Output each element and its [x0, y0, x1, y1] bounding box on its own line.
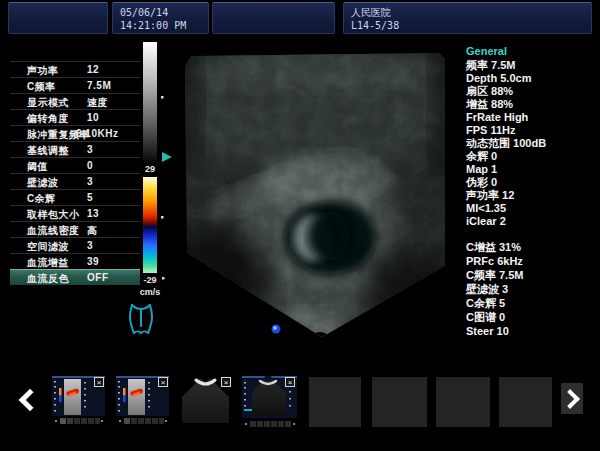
- close-thumbnail-3-button[interactable]: ×: [221, 377, 231, 387]
- thumbnail-slot-empty: [309, 377, 361, 427]
- param-row-threshold[interactable]: 阈值0: [10, 157, 140, 173]
- param-row-c-frequency[interactable]: C频率7.5M: [10, 77, 140, 93]
- readout-framerate: FrRate High: [466, 111, 599, 124]
- thumbnail-1[interactable]: ×: [52, 376, 105, 429]
- param-row-wall-filter[interactable]: 壁滤波3: [10, 173, 140, 189]
- thumbnail-4[interactable]: ×: [242, 376, 297, 433]
- param-row-packet-size[interactable]: 取样包大小13: [10, 205, 140, 221]
- param-row-baseline[interactable]: 基线调整3: [10, 141, 140, 157]
- hospital-probe-panel: 人民医院 L14-5/38: [343, 2, 592, 34]
- param-row-prf[interactable]: 脉冲重复频率6.10KHz: [10, 125, 140, 141]
- prev-thumbnails-button[interactable]: [15, 386, 39, 414]
- close-thumbnail-2-button[interactable]: ×: [158, 377, 168, 387]
- param-row-flow-invert-selected[interactable]: 血流反色OFF: [10, 269, 140, 285]
- ultrasound-screen: 05/06/14 14:21:00 PM 人民医院 L14-5/38 声功率12…: [0, 0, 600, 451]
- param-row-line-density[interactable]: 血流线密度高: [10, 221, 140, 237]
- hospital-name: 人民医院: [351, 6, 591, 19]
- grayscale-bar: [143, 42, 157, 163]
- readout-map: Map 1: [466, 163, 599, 176]
- readout-gain: 增益 88%: [466, 98, 599, 111]
- datetime-panel: 05/06/14 14:21:00 PM: [112, 2, 209, 34]
- patient-info-panel: [8, 2, 108, 34]
- time-display: 14:21:00 PM: [120, 19, 208, 32]
- readout-c-gain: C增益 31%: [466, 240, 599, 254]
- thumbnail-slot-empty: [372, 377, 427, 427]
- doppler-parameter-list: 声功率12 C频率7.5M 显示模式速度 偏转角度10 脉冲重复频率6.10KH…: [10, 61, 140, 285]
- color-parameters-block: C增益 31% PRFc 6kHz C频率 7.5M 壁滤波 3 C余辉 5 C…: [466, 240, 599, 338]
- focus-arrow-icon[interactable]: [162, 152, 172, 162]
- param-row-steer-angle[interactable]: 偏转角度10: [10, 109, 140, 125]
- readout-steer: Steer 10: [466, 324, 599, 338]
- thumbnail-3[interactable]: ×: [178, 376, 233, 432]
- section-title-general: General: [466, 45, 599, 58]
- readout-prfc: PRFc 6kHz: [466, 254, 599, 268]
- readout-frequency: 频率 7.5M: [466, 59, 599, 72]
- close-thumbnail-4-button[interactable]: ×: [285, 377, 295, 387]
- readout-c-frequency: C频率 7.5M: [466, 268, 599, 282]
- readout-iclear: iClear 2: [466, 215, 599, 228]
- imaging-parameters-panel: General 频率 7.5M Depth 5.0cm 扇区 88% 增益 88…: [466, 45, 599, 338]
- readout-depth: Depth 5.0cm: [466, 72, 599, 85]
- close-thumbnail-1-button[interactable]: ×: [94, 377, 104, 387]
- thumbnail-slot-empty: [499, 377, 552, 427]
- param-row-display-mode[interactable]: 显示模式速度: [10, 93, 140, 109]
- color-velocity-bar: [143, 177, 157, 273]
- readout-fps: FPS 11Hz: [466, 124, 599, 137]
- date-display: 05/06/14: [120, 6, 208, 19]
- readout-sector: 扇区 88%: [466, 85, 599, 98]
- readout-c-persistence: C余辉 5: [466, 296, 599, 310]
- readout-mi: MI<1.35: [466, 202, 599, 215]
- ultrasound-image: [160, 40, 460, 340]
- readout-persistence: 余辉 0: [466, 150, 599, 163]
- readout-pseudocolor: 伪彩 0: [466, 176, 599, 189]
- readout-acoustic-power: 声功率 12: [466, 189, 599, 202]
- readout-wall-filter: 壁滤波 3: [466, 282, 599, 296]
- thumbnail-2[interactable]: ×: [116, 376, 169, 429]
- chevron-right-icon: [560, 389, 580, 409]
- exam-info-panel: [212, 2, 335, 34]
- readout-c-map: C图谱 0: [466, 310, 599, 324]
- param-row-c-persistence[interactable]: C余辉5: [10, 189, 140, 205]
- param-row-spatial-filter[interactable]: 空间滤波3: [10, 237, 140, 253]
- depth-tick: [161, 96, 164, 99]
- depth-tick: [162, 277, 165, 280]
- readout-dynamic-range: 动态范围 100dB: [466, 137, 599, 150]
- chevron-left-icon: [18, 389, 41, 412]
- thumbnail-slot-empty: [436, 377, 490, 427]
- body-marker-icon[interactable]: [120, 300, 162, 342]
- probe-model: L14-5/38: [351, 19, 591, 32]
- scan-sector: [160, 40, 460, 340]
- param-row-flow-gain[interactable]: 血流增益39: [10, 253, 140, 269]
- param-row-acoustic-power[interactable]: 声功率12: [10, 61, 140, 77]
- depth-tick: [161, 216, 164, 219]
- next-thumbnails-button[interactable]: [561, 383, 583, 414]
